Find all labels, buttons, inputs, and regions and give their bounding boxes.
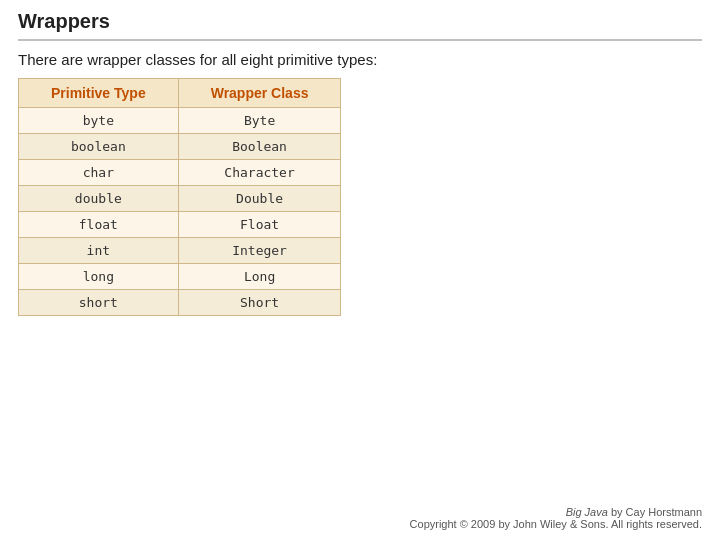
wrappers-table: Primitive Type Wrapper Class byteByteboo… bbox=[18, 78, 341, 316]
table-cell: Long bbox=[178, 264, 341, 290]
table-cell: float bbox=[19, 212, 179, 238]
footer-book-title: Big Java bbox=[566, 506, 608, 518]
table-row: byteByte bbox=[19, 108, 341, 134]
table-cell: char bbox=[19, 160, 179, 186]
table-wrapper: Primitive Type Wrapper Class byteByteboo… bbox=[18, 78, 702, 316]
col-header-wrapper: Wrapper Class bbox=[178, 79, 341, 108]
page-title: Wrappers bbox=[18, 10, 702, 33]
table-cell: byte bbox=[19, 108, 179, 134]
table-cell: boolean bbox=[19, 134, 179, 160]
table-cell: short bbox=[19, 290, 179, 316]
table-cell: Byte bbox=[178, 108, 341, 134]
page-container: Wrappers There are wrapper classes for a… bbox=[0, 0, 720, 540]
table-cell: Float bbox=[178, 212, 341, 238]
table-header-row: Primitive Type Wrapper Class bbox=[19, 79, 341, 108]
table-row: charCharacter bbox=[19, 160, 341, 186]
col-header-primitive: Primitive Type bbox=[19, 79, 179, 108]
table-body: byteBytebooleanBooleancharCharacterdoubl… bbox=[19, 108, 341, 316]
table-cell: Integer bbox=[178, 238, 341, 264]
table-cell: Boolean bbox=[178, 134, 341, 160]
footer-author: by Cay Horstmann bbox=[611, 506, 702, 518]
table-row: shortShort bbox=[19, 290, 341, 316]
table-row: floatFloat bbox=[19, 212, 341, 238]
table-row: longLong bbox=[19, 264, 341, 290]
table-row: doubleDouble bbox=[19, 186, 341, 212]
table-row: intInteger bbox=[19, 238, 341, 264]
table-cell: long bbox=[19, 264, 179, 290]
table-cell: Character bbox=[178, 160, 341, 186]
table-row: booleanBoolean bbox=[19, 134, 341, 160]
table-cell: Double bbox=[178, 186, 341, 212]
table-cell: int bbox=[19, 238, 179, 264]
title-section: Wrappers bbox=[18, 10, 702, 41]
footer: Big Java by Cay Horstmann Copyright © 20… bbox=[18, 502, 702, 530]
table-cell: double bbox=[19, 186, 179, 212]
page-subtitle: There are wrapper classes for all eight … bbox=[18, 51, 702, 68]
footer-copyright: Copyright © 2009 by John Wiley & Sons. A… bbox=[410, 518, 702, 530]
table-cell: Short bbox=[178, 290, 341, 316]
